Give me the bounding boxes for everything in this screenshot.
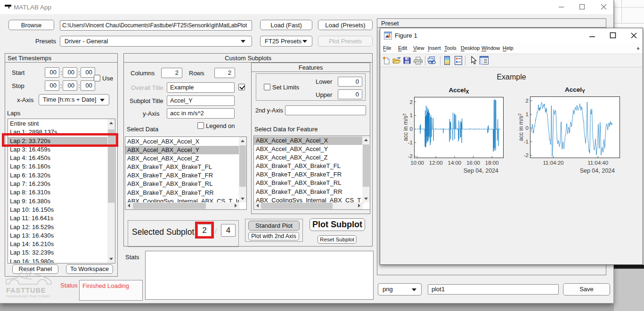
scrollbar-thumb[interactable] xyxy=(239,145,246,187)
stop-second-field[interactable]: 00 xyxy=(81,80,95,91)
plot-subplot-button[interactable]: Plot Subplot xyxy=(310,218,365,231)
scroll-up-icon[interactable] xyxy=(241,140,245,142)
columns-field[interactable]: 2 xyxy=(161,68,182,78)
y-axis-field[interactable]: acc in m/s^2 xyxy=(167,108,235,119)
select-data-hscrollbar[interactable] xyxy=(125,202,239,209)
set-limits-checkbox[interactable] xyxy=(264,84,270,90)
list-item[interactable]: ABX_BrakeT_ABX_BrakeT_RL xyxy=(254,179,363,187)
list-item[interactable]: Lap 4: 16.450s xyxy=(8,154,107,162)
print-icon[interactable] xyxy=(414,57,423,64)
app-titlebar[interactable]: MATLAB App xyxy=(0,0,613,14)
preset-dropdown[interactable]: Driver - General xyxy=(60,36,252,47)
scroll-left-icon[interactable] xyxy=(256,204,259,207)
save-icon[interactable] xyxy=(403,56,411,64)
second-y-axis-field[interactable] xyxy=(285,105,366,115)
scrollbar-thumb[interactable] xyxy=(133,203,206,209)
start-second-field[interactable]: 00 xyxy=(81,67,95,78)
scrollbar-thumb[interactable] xyxy=(261,203,333,209)
menu-desktop[interactable]: Desktop xyxy=(461,45,480,51)
feature-hscrollbar[interactable] xyxy=(254,202,363,209)
figure-titlebar[interactable]: Figure 1 xyxy=(380,28,643,43)
select-data-for-feature-listbox[interactable]: ABX_Accel_ABX_Accel_XABX_Accel_ABX_Accel… xyxy=(253,136,370,210)
select-data-vscrollbar[interactable] xyxy=(239,137,246,202)
scrollbar-thumb[interactable] xyxy=(363,144,369,187)
minimize-button[interactable] xyxy=(554,0,568,13)
open-folder-icon[interactable] xyxy=(392,57,401,64)
close-button[interactable] xyxy=(596,0,611,13)
list-item[interactable]: Lap 8: 16.310s xyxy=(8,188,107,197)
menu-insert[interactable]: Insert xyxy=(428,45,441,51)
legend-icon[interactable] xyxy=(455,56,462,65)
start-minute-field[interactable]: 00 xyxy=(63,67,77,78)
plot-presets-button-disabled[interactable]: Plot Presets xyxy=(318,36,373,47)
lower-field[interactable]: 0 xyxy=(338,77,362,87)
x-axis-dropdown[interactable]: Time [h:m:s + Date] xyxy=(39,94,109,105)
maximize-button[interactable] xyxy=(575,0,589,13)
list-item[interactable]: ABX_Accel_ABX_Accel_X xyxy=(125,137,240,146)
menu-edit[interactable]: Edit xyxy=(398,45,407,51)
list-item[interactable]: Lap 15: 32.239s xyxy=(8,248,107,257)
list-item[interactable]: Entire stint xyxy=(8,120,107,128)
menu-file[interactable]: File xyxy=(383,45,391,51)
list-item[interactable]: ABX_BrakeT_ABX_BrakeT_RR xyxy=(125,189,240,197)
format-dropdown[interactable]: png xyxy=(378,283,422,295)
ft25-presets-dropdown[interactable]: FT25 Presets xyxy=(260,36,312,47)
scroll-up-icon[interactable] xyxy=(109,122,113,124)
list-item[interactable]: Lap 12: 16.529s xyxy=(8,223,107,231)
maximize-button[interactable] xyxy=(606,29,620,41)
subplot-title-field[interactable]: Accel_Y xyxy=(167,96,235,106)
close-button[interactable] xyxy=(628,29,641,41)
list-item[interactable]: ABX_BrakeT_ABX_BrakeT_FR xyxy=(254,170,363,179)
list-item[interactable]: ABX_Accel_ABX_Accel_Y xyxy=(125,146,240,154)
to-workspace-button[interactable]: To Workspace xyxy=(66,264,113,274)
list-item[interactable]: ABX_Accel_ABX_Accel_Y xyxy=(254,145,363,153)
stats-box[interactable] xyxy=(145,251,374,300)
scroll-right-icon[interactable] xyxy=(358,204,360,207)
list-item[interactable]: ABX_Accel_ABX_Accel_X xyxy=(254,136,363,145)
list-item[interactable]: Lap 13: 16.430s xyxy=(8,231,107,240)
list-item[interactable]: Lap 7: 16.230s xyxy=(8,180,107,188)
overall-title-checkbox[interactable] xyxy=(238,84,245,90)
scroll-right-icon[interactable] xyxy=(235,204,237,207)
list-item[interactable]: Lap 10: 16.150s xyxy=(8,206,107,214)
list-item[interactable]: ABX_BrakeT_ABX_BrakeT_FR xyxy=(125,171,240,180)
standard-plot-button[interactable]: Standard Plot xyxy=(248,221,300,231)
list-item[interactable]: ABX_BrakeT_ABX_BrakeT_FL xyxy=(254,162,363,170)
scroll-left-icon[interactable] xyxy=(128,204,130,207)
rows-field[interactable]: 2 xyxy=(214,68,235,78)
start-hour-field[interactable]: 00 xyxy=(45,67,59,78)
scroll-down-icon[interactable] xyxy=(241,198,245,200)
list-item[interactable]: Lap 9: 16.380s xyxy=(8,197,107,206)
list-item[interactable]: Lap 14: 16.210s xyxy=(8,240,107,248)
list-item[interactable]: Lap 16: 15.980s xyxy=(8,257,107,263)
legend-on-checkbox[interactable] xyxy=(197,122,204,129)
menu-view[interactable]: View xyxy=(413,45,424,51)
dock-plot-browser-icon[interactable] xyxy=(480,56,489,64)
upper-field[interactable]: 0 xyxy=(338,89,362,99)
list-item[interactable]: Lap 11: 16.641s xyxy=(8,214,107,223)
menu-help[interactable]: Help xyxy=(503,45,514,51)
filename-field[interactable]: plot1 xyxy=(428,284,559,295)
scroll-down-icon[interactable] xyxy=(364,198,368,200)
path-field[interactable]: C:\Users\Vincent Chau\Documents\Fasttube… xyxy=(60,20,252,31)
save-button[interactable]: Save xyxy=(563,283,610,295)
reset-subplot-button[interactable]: Reset Subplot xyxy=(318,235,357,244)
feature-vscrollbar[interactable] xyxy=(362,136,370,202)
list-item[interactable]: ABX_BrakeT_ABX_BrakeT_RR xyxy=(254,188,363,196)
list-item[interactable]: Lap 5: 16.160s xyxy=(8,162,107,171)
minimize-button[interactable] xyxy=(586,29,599,41)
menu-window[interactable]: Window xyxy=(481,45,500,51)
select-data-listbox[interactable]: ABX_Accel_ABX_Accel_XABX_Accel_ABX_Accel… xyxy=(125,136,247,210)
plot-with-2nd-axis-button[interactable]: Plot with 2nd Axis xyxy=(248,232,299,240)
new-file-icon[interactable] xyxy=(383,56,391,65)
scroll-down-icon[interactable] xyxy=(109,258,113,260)
list-item[interactable]: Lap 6: 16.320s xyxy=(8,171,107,180)
load-fast-button[interactable]: Load (Fast) xyxy=(260,20,312,30)
list-item[interactable]: ABX_Accel_ABX_Accel_Z xyxy=(254,153,363,162)
overall-title-field[interactable]: Example xyxy=(167,82,235,93)
stop-hour-field[interactable]: 00 xyxy=(45,80,59,91)
scroll-up-icon[interactable] xyxy=(364,139,368,141)
list-item[interactable]: ABX_Accel_ABX_Accel_Z xyxy=(125,154,240,163)
list-item[interactable]: ABX_BrakeT_ABX_BrakeT_RL xyxy=(125,180,240,188)
stop-minute-field[interactable]: 00 xyxy=(63,80,77,91)
